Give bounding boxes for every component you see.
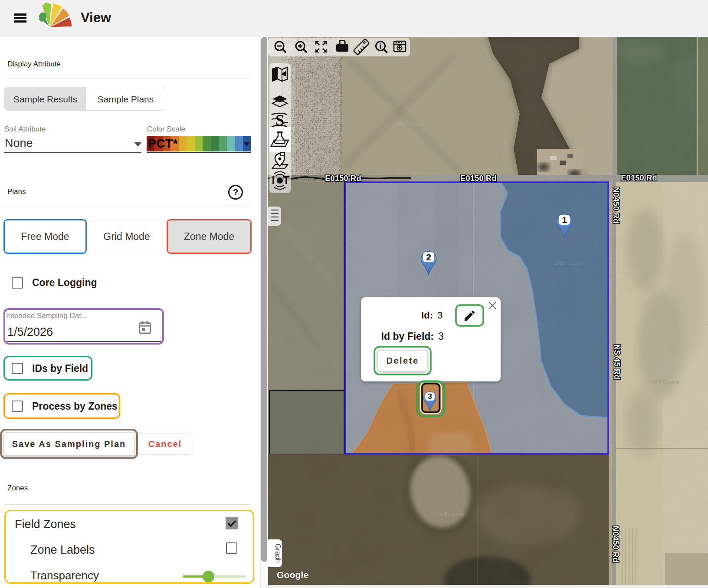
svg-text:2025 Google: 2025 Google bbox=[554, 260, 584, 266]
svg-text:Graph: Graph bbox=[274, 544, 282, 563]
svg-text:Delete: Delete bbox=[386, 356, 419, 365]
svg-text:E0150 Rd: E0150 Rd bbox=[621, 174, 657, 182]
svg-text:T: T bbox=[283, 174, 289, 186]
svg-text:E0150 Rd: E0150 Rd bbox=[325, 174, 361, 183]
svg-text:N0450 Rd: N0450 Rd bbox=[611, 526, 620, 562]
svg-text:Google: Google bbox=[277, 570, 309, 580]
svg-text:3: 3 bbox=[437, 310, 442, 321]
svg-text:3: 3 bbox=[428, 392, 432, 401]
svg-text:E0150 Rd: E0150 Rd bbox=[460, 174, 496, 183]
svg-text:N0450 Rd: N0450 Rd bbox=[612, 187, 620, 223]
svg-text:Id:: Id: bbox=[421, 310, 433, 321]
svg-text:Id by Field:: Id by Field: bbox=[381, 331, 434, 342]
svg-text:2: 2 bbox=[426, 252, 431, 262]
svg-text:I: I bbox=[272, 174, 275, 186]
svg-text:2025 Google: 2025 Google bbox=[394, 121, 424, 127]
svg-text:2025 Google: 2025 Google bbox=[650, 379, 680, 385]
svg-text:3: 3 bbox=[438, 331, 444, 342]
svg-text:1: 1 bbox=[562, 215, 567, 225]
svg-text:i: i bbox=[380, 43, 382, 50]
svg-text:S: S bbox=[275, 112, 284, 129]
svg-text:NS 45 Rd: NS 45 Rd bbox=[613, 344, 621, 379]
svg-text:2025 Google: 2025 Google bbox=[437, 512, 467, 518]
